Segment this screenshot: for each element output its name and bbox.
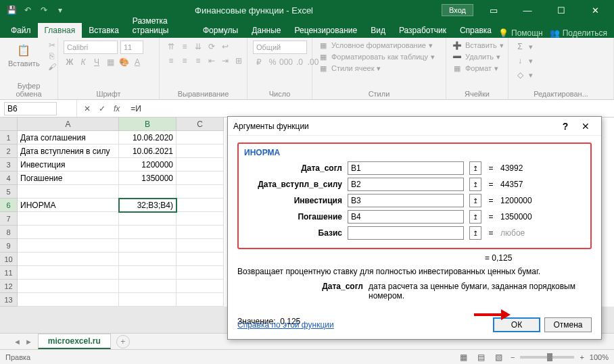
- arg-input-3[interactable]: [348, 210, 464, 224]
- cell[interactable]: Дата соглашения: [18, 131, 119, 145]
- cell[interactable]: 10.06.2020: [119, 131, 176, 145]
- comma-icon[interactable]: 000: [280, 56, 292, 68]
- tab-view[interactable]: Вид: [364, 23, 392, 38]
- row-header[interactable]: 13: [0, 293, 18, 307]
- row-header[interactable]: 3: [0, 158, 18, 172]
- cell[interactable]: [176, 253, 224, 266]
- cell[interactable]: [176, 145, 224, 158]
- cell[interactable]: 10.06.2021: [119, 145, 176, 158]
- cell[interactable]: [18, 212, 119, 226]
- arg-input-2[interactable]: [348, 194, 464, 207]
- copy-icon[interactable]: ⎘: [47, 51, 57, 61]
- cell[interactable]: [119, 266, 176, 280]
- cell[interactable]: [119, 185, 176, 199]
- row-header[interactable]: 1: [0, 131, 18, 145]
- cell[interactable]: [176, 185, 224, 199]
- cell[interactable]: [18, 239, 119, 253]
- cell[interactable]: [176, 172, 224, 185]
- cell[interactable]: Дата вступления в силу: [18, 145, 119, 158]
- row-header[interactable]: 4: [0, 172, 18, 185]
- cancel-edit-icon[interactable]: ✕: [84, 104, 91, 113]
- align-left-icon[interactable]: ≡: [165, 55, 177, 67]
- cut-icon[interactable]: ✂: [47, 41, 57, 50]
- tab-home[interactable]: Главная: [38, 23, 82, 38]
- zoom-level[interactable]: 100%: [590, 353, 609, 361]
- cell-active[interactable]: 32;B3;B4): [119, 199, 176, 212]
- font-color-icon[interactable]: А: [131, 56, 143, 68]
- align-top-icon[interactable]: ⇈: [165, 41, 177, 53]
- font-name-select[interactable]: [64, 41, 118, 54]
- underline-icon[interactable]: Ч: [91, 56, 103, 68]
- cell[interactable]: [119, 212, 176, 226]
- cell-styles-button[interactable]: ▦Стили ячеек ▾: [318, 63, 381, 73]
- refedit-icon[interactable]: ↥: [469, 178, 481, 191]
- login-button[interactable]: Вход: [442, 4, 473, 16]
- function-help-link[interactable]: Справка по этой функции: [237, 320, 334, 330]
- inc-dec-icon[interactable]: .0: [293, 56, 306, 68]
- tab-file[interactable]: Файл: [4, 23, 38, 38]
- align-center-icon[interactable]: ≡: [179, 55, 191, 67]
- sheet-next-icon[interactable]: ►: [25, 338, 32, 346]
- currency-icon[interactable]: ₽: [253, 56, 265, 68]
- align-right-icon[interactable]: ≡: [192, 55, 204, 67]
- indent-inc-icon[interactable]: ⇥: [219, 55, 231, 67]
- cell[interactable]: [119, 293, 176, 307]
- row-header[interactable]: 5: [0, 185, 18, 199]
- sheet-prev-icon[interactable]: ◄: [14, 338, 21, 346]
- col-header-c[interactable]: C: [176, 118, 224, 131]
- format-painter-icon[interactable]: 🖌: [47, 62, 57, 72]
- add-sheet-button[interactable]: +: [116, 335, 130, 348]
- percent-icon[interactable]: %: [266, 56, 279, 68]
- insert-cells-button[interactable]: ➕Вставить ▾: [452, 41, 504, 50]
- format-cells-button[interactable]: ▦Формат ▾: [452, 63, 498, 73]
- arg-input-1[interactable]: [348, 178, 464, 191]
- tab-data[interactable]: Данные: [245, 23, 287, 38]
- cell[interactable]: [176, 266, 224, 280]
- view-layout-icon[interactable]: ▤: [475, 351, 488, 363]
- refedit-icon[interactable]: ↥: [469, 161, 481, 175]
- row-header[interactable]: 9: [0, 239, 18, 253]
- border-icon[interactable]: ▦: [104, 56, 116, 68]
- cell[interactable]: [119, 226, 176, 239]
- cell[interactable]: Инвестиция: [18, 158, 119, 172]
- cell[interactable]: [18, 253, 119, 266]
- cell[interactable]: Погашение: [18, 172, 119, 185]
- cell[interactable]: [176, 280, 224, 293]
- cell[interactable]: [176, 212, 224, 226]
- name-box[interactable]: [4, 102, 57, 115]
- arg-input-4[interactable]: [348, 226, 464, 240]
- dialog-help-icon[interactable]: ?: [555, 121, 575, 132]
- clear-icon[interactable]: ◇: [514, 69, 526, 81]
- zoom-slider[interactable]: [520, 356, 574, 359]
- delete-cells-button[interactable]: ➖Удалить ▾: [452, 52, 500, 61]
- view-normal-icon[interactable]: ▦: [458, 351, 470, 363]
- tab-review[interactable]: Рецензирование: [288, 23, 364, 38]
- zoom-in-icon[interactable]: +: [580, 353, 584, 361]
- zoom-out-icon[interactable]: −: [511, 353, 515, 361]
- row-header[interactable]: 2: [0, 145, 18, 158]
- undo-icon[interactable]: ↶: [22, 4, 34, 16]
- maximize-icon[interactable]: ☐: [548, 0, 575, 20]
- cell[interactable]: ИНОРМА: [18, 199, 119, 212]
- tell-me[interactable]: 💡Помощн: [498, 28, 543, 38]
- tab-formulas[interactable]: Формулы: [196, 23, 245, 38]
- orient-icon[interactable]: ⟳: [206, 41, 218, 53]
- align-bot-icon[interactable]: ⇊: [192, 41, 204, 53]
- row-header[interactable]: 6: [0, 199, 18, 212]
- cell[interactable]: 1200000: [119, 158, 176, 172]
- tab-help[interactable]: Справка: [453, 23, 498, 38]
- align-mid-icon[interactable]: ≡: [179, 41, 191, 53]
- redo-icon[interactable]: ↷: [38, 4, 50, 16]
- cell[interactable]: [18, 226, 119, 239]
- row-header[interactable]: 7: [0, 212, 18, 226]
- row-header[interactable]: 12: [0, 280, 18, 293]
- select-all-corner[interactable]: [0, 118, 18, 131]
- row-header[interactable]: 10: [0, 253, 18, 266]
- italic-icon[interactable]: К: [77, 56, 89, 68]
- merge-icon[interactable]: ⊞: [233, 55, 245, 67]
- qat-more-icon[interactable]: ▾: [54, 4, 66, 16]
- col-header-a[interactable]: A: [18, 118, 119, 131]
- refedit-icon[interactable]: ↥: [469, 194, 481, 207]
- indent-dec-icon[interactable]: ⇤: [206, 55, 218, 67]
- minimize-icon[interactable]: —: [514, 0, 541, 20]
